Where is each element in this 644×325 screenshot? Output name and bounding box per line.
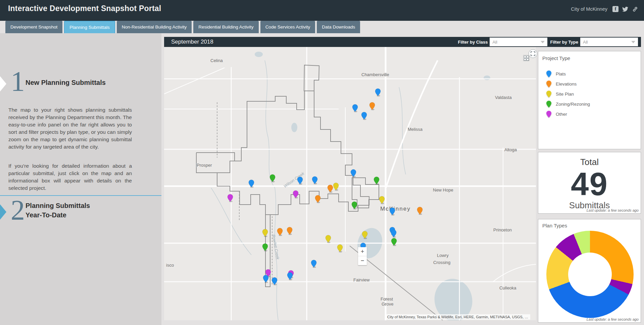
header-bar: Interactive Development Snapshot Portal …: [0, 0, 644, 21]
project-type-panel: Project Type Plats Elevations Site Plan …: [538, 51, 641, 149]
filter-by-type-label: Filter by Type: [550, 40, 578, 45]
step2-title[interactable]: Planning Submittals Year-To-Date: [26, 201, 90, 220]
map-pin-green[interactable]: [391, 238, 397, 246]
tab-code-services-activity[interactable]: Code Services Activity: [260, 21, 315, 33]
pin-icon: [546, 101, 551, 108]
tab-bar: Development Snapshot Planning Submittals…: [5, 21, 360, 33]
map-pin-yellow[interactable]: [333, 183, 339, 191]
map-place-label: Crossing: [433, 260, 450, 265]
legend-item-plats[interactable]: Plats: [546, 70, 641, 77]
step1-number: 1: [11, 67, 25, 96]
map-pin-orange[interactable]: [328, 185, 333, 193]
link-icon[interactable]: [632, 6, 638, 12]
zoom-in-button[interactable]: +: [358, 247, 367, 256]
legend-item-zoning-rezoning[interactable]: Zoning/Rezoning: [546, 101, 641, 108]
filter-by-class-select[interactable]: All: [490, 38, 547, 46]
map-place-label: Celina: [210, 58, 223, 63]
map-header-bar: September 2018 Filter by Class All Filte…: [164, 37, 641, 47]
step1-title: New Planning Submittals: [26, 79, 106, 87]
map-pin-blue[interactable]: [312, 176, 317, 184]
map-place-label: isco: [166, 263, 174, 268]
map-pin-blue[interactable]: [311, 260, 316, 268]
tab-planning-submittals[interactable]: Planning Submittals: [64, 21, 115, 33]
map-attribution: City of McKinney, Texas Parks & Wildlife…: [385, 314, 530, 320]
total-last-update: Last update: a few seconds ago: [587, 208, 639, 212]
map-pin-green[interactable]: [352, 202, 357, 210]
map-place-label: Culleoka: [499, 285, 516, 290]
map-pin-orange[interactable]: [315, 195, 320, 203]
map-place-label: Rowlett Creek: [271, 234, 280, 260]
project-type-title: Project Type: [542, 55, 641, 61]
map-pin-orange[interactable]: [287, 227, 292, 235]
pin-icon: [546, 111, 551, 118]
map-place-label: Altoga: [504, 147, 517, 152]
map-pin-orange[interactable]: [277, 228, 283, 236]
filter-by-type-select[interactable]: All: [580, 38, 638, 46]
map-pin-green[interactable]: [262, 243, 268, 252]
map-pin-blue[interactable]: [352, 104, 358, 112]
plan-types-donut-chart[interactable]: [546, 231, 634, 318]
map-pin-green[interactable]: [374, 177, 379, 185]
legend-label: Elevations: [556, 82, 577, 87]
filter-by-class-label: Filter by Class: [458, 40, 488, 45]
zoom-out-button[interactable]: −: [358, 256, 367, 265]
map-pin-yellow[interactable]: [326, 235, 331, 243]
plan-types-panel: Plan Types Last update: a few seconds ag…: [538, 219, 641, 323]
map-place-label: Fairview: [353, 277, 370, 282]
plan-types-title: Plan Types: [542, 223, 641, 228]
map-pin-blue[interactable]: [297, 177, 303, 185]
map-place-label: Valdasta: [495, 95, 512, 100]
facebook-icon[interactable]: f: [612, 6, 618, 12]
map-pin-magenta[interactable]: [228, 194, 233, 202]
step1-arrow-icon: [0, 76, 6, 92]
map-pin-blue[interactable]: [391, 230, 396, 238]
map-svg: CelinaChambersvilleValdastaMelissaAltoga…: [164, 47, 536, 320]
map-pin-blue[interactable]: [272, 277, 277, 285]
legend-label: Other: [556, 112, 567, 117]
map-canvas[interactable]: CelinaChambersvilleValdastaMelissaAltoga…: [164, 47, 536, 320]
map-pin-blue[interactable]: [375, 89, 381, 97]
step1-paragraph-1: The map to your right shows planning sub…: [8, 106, 132, 151]
app-root: Interactive Development Snapshot Portal …: [0, 0, 644, 325]
map-place-label: Melissa: [408, 127, 423, 132]
twitter-icon[interactable]: [622, 6, 628, 12]
map-pin-green[interactable]: [270, 174, 275, 182]
page-title: Interactive Development Snapshot Portal: [8, 4, 161, 13]
map-place-label: Chambersville: [361, 72, 389, 77]
map-pin-blue[interactable]: [361, 112, 367, 120]
legend-items: Plats Elevations Site Plan Zoning/Rezoni…: [546, 70, 641, 118]
map-pin-orange[interactable]: [417, 207, 423, 215]
dashboard-grid-icon[interactable]: [523, 55, 529, 61]
map-zoom-controls: + −: [358, 247, 367, 265]
step2-arrow-icon[interactable]: [0, 204, 6, 220]
legend-item-elevations[interactable]: Elevations: [546, 80, 641, 88]
map-pin-blue[interactable]: [390, 208, 395, 216]
map-place-label: Princeton: [493, 227, 512, 232]
map-pin-blue[interactable]: [351, 169, 356, 177]
legend-item-site-plan[interactable]: Site Plan: [546, 91, 641, 98]
pin-icon: [546, 91, 551, 98]
map-place-label: Forest: [381, 296, 393, 302]
map-pin-magenta[interactable]: [293, 191, 298, 199]
map-pin-blue[interactable]: [287, 272, 293, 280]
map-pin-yellow[interactable]: [379, 196, 385, 204]
tab-residential-building-activity[interactable]: Residential Building Activity: [193, 21, 258, 33]
tab-development-snapshot[interactable]: Development Snapshot: [5, 21, 62, 33]
legend-item-other[interactable]: Other: [546, 111, 641, 118]
chart-last-update: Last update: a few seconds ago: [587, 317, 639, 321]
total-value: 49: [538, 169, 641, 199]
map-pin-yellow[interactable]: [262, 229, 268, 237]
map-place-label: Grove: [382, 302, 393, 307]
map-pin-orange[interactable]: [369, 102, 375, 110]
pin-icon: [546, 70, 551, 77]
total-panel: Total 49 Submittals Last update: a few s…: [538, 152, 641, 214]
expand-arrows-icon[interactable]: [529, 49, 537, 58]
instructions-panel: 1 New Planning Submittals The map to you…: [0, 33, 161, 325]
map-place-label: Lowry: [437, 253, 449, 258]
map-pin-yellow[interactable]: [337, 245, 343, 253]
chevron-down-icon: [541, 41, 545, 43]
pin-icon: [546, 80, 551, 88]
map-place-label: New Hope: [433, 187, 453, 193]
tab-data-downloads[interactable]: Data Downloads: [317, 21, 360, 33]
tab-non-residential-building-activity[interactable]: Non-Residential Building Activity: [117, 21, 192, 33]
